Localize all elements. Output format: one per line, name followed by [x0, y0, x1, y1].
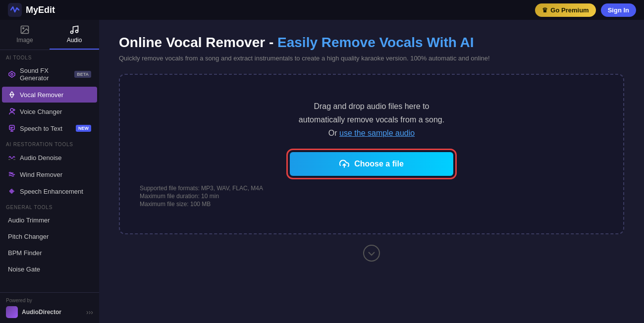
page-title: Online Vocal Remover - Easily Remove Voc… [119, 35, 624, 51]
drop-line1: Drag and drop audio files here to [314, 102, 429, 110]
svg-marker-5 [9, 71, 15, 77]
tab-audio[interactable]: Audio [50, 20, 99, 50]
vocal-remover-icon [8, 91, 16, 99]
chevron-right-icon: ››› [86, 308, 93, 316]
svg-point-3 [71, 31, 73, 34]
sound-fx-label: Sound FX Generator [20, 67, 70, 82]
wind-remover-label: Wind Remover [20, 171, 62, 178]
sample-audio-link[interactable]: use the sample audio [339, 129, 415, 137]
audio-tab-icon [69, 25, 79, 35]
noise-gate-label: Noise Gate [8, 266, 40, 273]
svg-point-8 [10, 108, 13, 111]
upload-icon [339, 159, 349, 169]
pitch-changer-label: Pitch Changer [8, 233, 49, 240]
svg-point-2 [23, 28, 24, 29]
svg-point-6 [11, 73, 13, 75]
tab-image[interactable]: Image [0, 20, 50, 50]
sidebar-item-audio-denoise[interactable]: Audio Denoise [2, 150, 97, 165]
sidebar-item-pitch-changer[interactable]: Pitch Changer [2, 229, 97, 244]
image-tab-icon [20, 25, 30, 35]
sidebar-item-bpm-finder[interactable]: BPM Finder [2, 245, 97, 261]
speech-to-text-icon [8, 124, 16, 132]
audiodirector-name: AudioDirector [22, 309, 61, 316]
header: MyEdit ♛ Go Premium Sign In [0, 0, 644, 20]
audio-trimmer-label: Audio Trimmer [8, 216, 50, 224]
page-subtitle: Quickly remove vocals from a song and ex… [119, 54, 624, 62]
sidebar-item-voice-changer[interactable]: Voice Changer [2, 104, 97, 119]
drop-line2: automatically remove vocals from a song. [299, 115, 444, 124]
speech-enhancement-label: Speech Enhancement [20, 188, 83, 195]
sidebar: Image Audio AI TOOLS Sound FX Generator … [0, 20, 99, 323]
page-title-part1: Online Vocal Remover [119, 35, 265, 50]
voice-changer-label: Voice Changer [20, 108, 62, 115]
general-tools-section-label: GENERAL TOOLS [0, 200, 99, 212]
tab-bar: Image Audio [0, 20, 99, 50]
file-info: Supported file formats: MP3, WAV, FLAC, … [140, 184, 263, 209]
tab-image-label: Image [16, 37, 33, 44]
svg-point-13 [364, 245, 379, 261]
main-layout: Image Audio AI TOOLS Sound FX Generator … [0, 20, 644, 323]
crown-icon: ♛ [542, 6, 548, 14]
svg-rect-0 [8, 3, 22, 17]
sidebar-item-vocal-remover[interactable]: Vocal Remover [2, 87, 97, 103]
wind-remover-icon [8, 170, 16, 178]
audio-denoise-icon [8, 154, 16, 162]
scroll-indicator [119, 234, 624, 272]
file-size: Maximum file size: 100 MB [140, 201, 263, 208]
powered-by-left: AudioDirector [6, 306, 61, 318]
audio-denoise-label: Audio Denoise [20, 154, 62, 162]
tab-audio-label: Audio [67, 37, 82, 44]
choose-file-button[interactable]: Choose a file [290, 152, 453, 176]
sign-in-button[interactable]: Sign In [601, 3, 636, 17]
choose-file-label: Choose a file [354, 160, 404, 168]
go-premium-button[interactable]: ♛ Go Premium [535, 3, 595, 17]
ai-restoration-section-label: AI RESTORATION TOOLS [0, 137, 99, 149]
sidebar-item-noise-gate[interactable]: Noise Gate [2, 262, 97, 277]
sidebar-item-speech-to-text[interactable]: Speech to Text NEW [2, 120, 97, 136]
voice-changer-icon [8, 108, 16, 115]
drop-or: Or [328, 129, 337, 137]
speech-to-text-badge: NEW [76, 125, 91, 132]
sidebar-item-sound-fx[interactable]: Sound FX Generator BETA [2, 63, 97, 86]
speech-enhancement-icon [8, 187, 16, 195]
file-duration: Maximum file duration: 10 min [140, 193, 263, 200]
file-formats: Supported file formats: MP3, WAV, FLAC, … [140, 185, 263, 192]
svg-point-4 [76, 30, 78, 33]
sound-fx-icon [8, 70, 16, 78]
page-title-highlight: Easily Remove Vocals With AI [277, 35, 474, 50]
drop-zone[interactable]: Drag and drop audio files here to automa… [119, 74, 624, 234]
sidebar-item-audio-trimmer[interactable]: Audio Trimmer [2, 213, 97, 228]
powered-by-content[interactable]: AudioDirector ››› [6, 306, 93, 318]
header-right: ♛ Go Premium Sign In [535, 3, 636, 17]
powered-by-label: Powered by [6, 298, 32, 303]
ai-tools-section-label: AI TOOLS [0, 50, 99, 62]
audiodirector-icon [6, 306, 18, 318]
powered-by: Powered by AudioDirector ››› [0, 292, 99, 323]
drop-text: Drag and drop audio files here to automa… [299, 100, 444, 140]
logo-text: MyEdit [26, 5, 55, 15]
sidebar-item-wind-remover[interactable]: Wind Remover [2, 166, 97, 182]
main-content: Online Vocal Remover - Easily Remove Voc… [99, 20, 644, 323]
header-left: MyEdit [8, 3, 55, 17]
scroll-down-icon [363, 244, 380, 262]
page-title-separator: - [269, 35, 277, 50]
bpm-finder-label: BPM Finder [8, 249, 42, 257]
sidebar-item-speech-enhancement[interactable]: Speech Enhancement [2, 183, 97, 199]
sound-fx-badge: BETA [74, 71, 91, 78]
logo-icon [8, 3, 22, 17]
speech-to-text-label: Speech to Text [20, 125, 62, 132]
vocal-remover-label: Vocal Remover [20, 91, 63, 99]
